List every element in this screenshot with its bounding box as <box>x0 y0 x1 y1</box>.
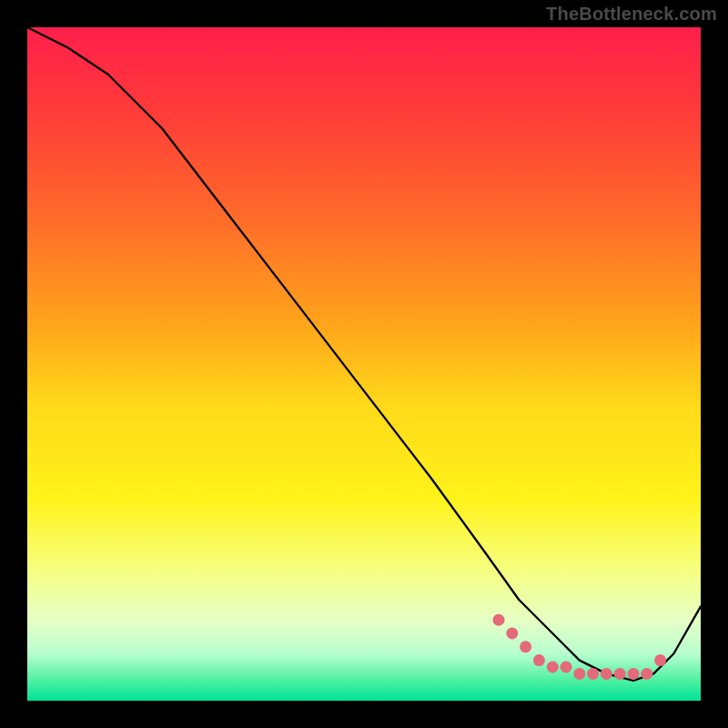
marker-dot <box>493 614 505 626</box>
marker-dot <box>587 668 599 680</box>
marker-dot <box>628 668 640 680</box>
marker-dot <box>547 662 559 673</box>
chart-frame: TheBottleneck.com <box>0 0 728 728</box>
curve-line <box>27 27 701 681</box>
chart-svg <box>27 27 701 701</box>
marker-dot <box>641 668 652 680</box>
marker-dot <box>561 662 572 673</box>
plot-area <box>27 27 701 701</box>
marker-dot <box>601 668 612 680</box>
marker-dot <box>520 641 531 652</box>
marker-dot <box>573 668 585 680</box>
marker-cluster <box>493 614 667 680</box>
marker-dot <box>654 654 666 666</box>
marker-dot <box>506 628 518 640</box>
marker-dot <box>533 654 545 666</box>
attribution-text: TheBottleneck.com <box>546 4 717 25</box>
marker-dot <box>614 668 626 680</box>
